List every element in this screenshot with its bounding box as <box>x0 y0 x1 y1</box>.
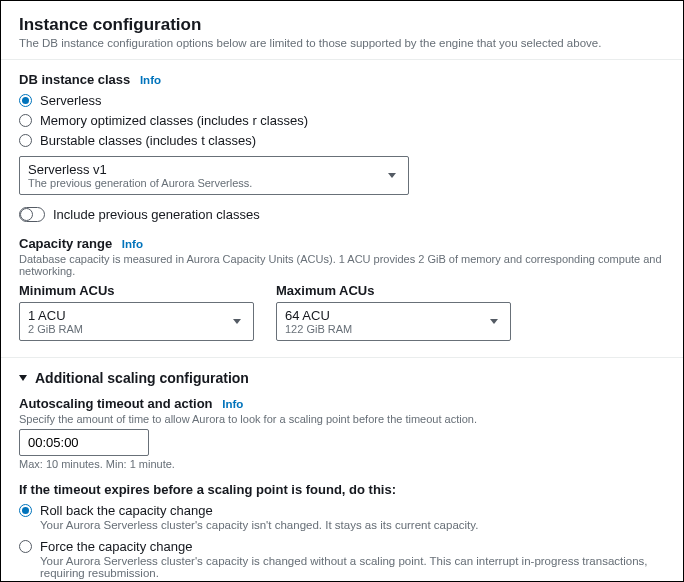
radio-label: Roll back the capacity change <box>40 503 478 518</box>
additional-scaling-expander[interactable]: Additional scaling configuration <box>19 370 665 386</box>
radio-label: Memory optimized classes (includes r cla… <box>40 113 308 128</box>
radio-burstable[interactable]: Burstable classes (includes t classes) <box>19 133 665 148</box>
divider <box>1 59 683 60</box>
include-previous-gen-toggle[interactable] <box>19 207 45 222</box>
page-title: Instance configuration <box>19 15 665 35</box>
select-value: 64 ACU <box>285 308 352 323</box>
radio-icon <box>19 114 32 127</box>
autoscaling-timeout-label: Autoscaling timeout and action <box>19 396 213 411</box>
radio-icon <box>19 504 32 517</box>
radio-label: Serverless <box>40 93 101 108</box>
radio-sub: Your Aurora Serverless cluster's capacit… <box>40 519 478 531</box>
capacity-range-info-link[interactable]: Info <box>122 238 143 250</box>
minimum-acus-col: Minimum ACUs 1 ACU 2 GiB RAM <box>19 283 262 341</box>
radio-memory-optimized[interactable]: Memory optimized classes (includes r cla… <box>19 113 665 128</box>
capacity-range-label: Capacity range <box>19 236 112 251</box>
maximum-acus-label: Maximum ACUs <box>276 283 519 298</box>
capacity-range-desc: Database capacity is measured in Aurora … <box>19 253 665 277</box>
page-description: The DB instance configuration options be… <box>19 37 665 49</box>
db-instance-class-section: DB instance class Info Serverless Memory… <box>19 72 665 222</box>
select-value: 1 ACU <box>28 308 83 323</box>
caret-down-icon <box>19 375 27 381</box>
autoscaling-timeout-desc: Specify the amount of time to allow Auro… <box>19 413 665 425</box>
select-sub: 122 GiB RAM <box>285 323 352 335</box>
include-previous-gen-toggle-row: Include previous generation classes <box>19 207 665 222</box>
select-value: Serverless v1 <box>28 162 252 177</box>
expander-label: Additional scaling configuration <box>35 370 249 386</box>
db-class-radio-group: Serverless Memory optimized classes (inc… <box>19 93 665 148</box>
radio-sub: Your Aurora Serverless cluster's capacit… <box>40 555 665 579</box>
radio-label: Force the capacity change <box>40 539 665 554</box>
divider <box>1 357 683 358</box>
toggle-label: Include previous generation classes <box>53 207 260 222</box>
radio-rollback[interactable]: Roll back the capacity change Your Auror… <box>19 503 665 531</box>
serverless-version-select[interactable]: Serverless v1 The previous generation of… <box>19 156 409 195</box>
minimum-acus-label: Minimum ACUs <box>19 283 262 298</box>
radio-force[interactable]: Force the capacity change Your Aurora Se… <box>19 539 665 579</box>
radio-icon <box>19 94 32 107</box>
select-sub: The previous generation of Aurora Server… <box>28 177 252 189</box>
radio-label: Burstable classes (includes t classes) <box>40 133 256 148</box>
select-sub: 2 GiB RAM <box>28 323 83 335</box>
capacity-row: Minimum ACUs 1 ACU 2 GiB RAM Maximum ACU… <box>19 283 519 341</box>
db-instance-class-label: DB instance class <box>19 72 130 87</box>
radio-icon <box>19 134 32 147</box>
chevron-down-icon <box>233 319 241 324</box>
radio-icon <box>19 540 32 553</box>
chevron-down-icon <box>388 173 396 178</box>
autoscaling-timeout-input[interactable] <box>19 429 149 456</box>
radio-serverless[interactable]: Serverless <box>19 93 665 108</box>
instance-configuration-panel: Instance configuration The DB instance c… <box>1 1 683 582</box>
maximum-acus-select[interactable]: 64 ACU 122 GiB RAM <box>276 302 511 341</box>
autoscaling-timeout-info-link[interactable]: Info <box>222 398 243 410</box>
maximum-acus-col: Maximum ACUs 64 ACU 122 GiB RAM <box>276 283 519 341</box>
timeout-action-radio-group: Roll back the capacity change Your Auror… <box>19 503 665 579</box>
minimum-acus-select[interactable]: 1 ACU 2 GiB RAM <box>19 302 254 341</box>
autoscaling-timeout-hint: Max: 10 minutes. Min: 1 minute. <box>19 458 665 470</box>
chevron-down-icon <box>490 319 498 324</box>
db-instance-class-info-link[interactable]: Info <box>140 74 161 86</box>
timeout-expires-label: If the timeout expires before a scaling … <box>19 482 665 497</box>
capacity-range-section: Capacity range Info Database capacity is… <box>19 236 665 341</box>
autoscaling-timeout-section: Autoscaling timeout and action Info Spec… <box>19 396 665 470</box>
